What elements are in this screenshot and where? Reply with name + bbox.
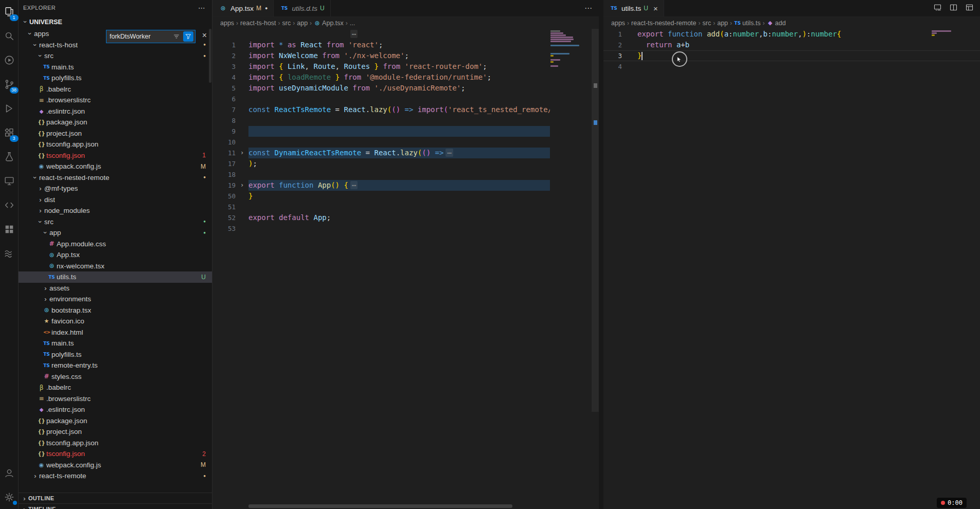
tree-item-tsconfig.app.json[interactable]: {}tsconfig.app.json (19, 438, 212, 449)
search-icon[interactable] (2, 28, 17, 44)
settings-icon[interactable] (2, 489, 17, 505)
tree-item-src[interactable]: ›src● (19, 50, 212, 62)
tree-item-react-ts-nested-remote[interactable]: ›react-ts-nested-remote● (19, 172, 212, 184)
tree-item-webpack.config.js[interactable]: ◉webpack.config.jsM (19, 460, 212, 471)
code-line[interactable]: 52export default App; (212, 212, 599, 223)
code-line[interactable]: ⋯ (212, 29, 599, 40)
tree-item-tsconfig.json[interactable]: {}tsconfig.json1 (19, 150, 212, 161)
filter-lines-icon[interactable] (171, 31, 182, 42)
tab-App.tsx[interactable]: ⊛App.tsxM● (212, 0, 274, 16)
breadcrumb-react-ts-host[interactable]: react-ts-host (240, 20, 276, 27)
tree-item-.babelrc[interactable]: β.babelrc (19, 84, 212, 95)
tree-item-.eslintrc.json[interactable]: ◆.eslintrc.json (19, 404, 212, 415)
tab-utils.d.ts[interactable]: TSutils.d.tsU (274, 0, 330, 16)
code-line[interactable]: 50} (212, 191, 599, 202)
sidebar-scrollbar[interactable] (209, 29, 211, 83)
waves-icon[interactable] (2, 246, 17, 261)
code-line[interactable]: 10 (212, 137, 599, 148)
tree-item-environments[interactable]: ›environments (19, 294, 212, 305)
breadcrumb-utils.ts[interactable]: TSutils.ts (734, 20, 760, 27)
screencast-icon[interactable] (933, 3, 942, 14)
fold-chevron-icon[interactable]: › (236, 148, 248, 158)
tree-item-favicon.ico[interactable]: ★favicon.ico (19, 316, 212, 327)
breadcrumb-add[interactable]: ◆add (767, 20, 786, 27)
code-line[interactable]: 4import { loadRemote } from '@module-fed… (212, 72, 599, 83)
layout-icon[interactable] (965, 3, 974, 14)
tree-filter-input[interactable] (106, 33, 171, 40)
code-line[interactable]: 1export function add(a:number,b:number,)… (603, 29, 980, 40)
tree-item-node_modules[interactable]: ›node_modules (19, 205, 212, 216)
editor-sash[interactable] (599, 0, 603, 509)
tree-item-App.module.css[interactable]: #App.module.css (19, 239, 212, 250)
horizontal-scrollbar[interactable] (248, 504, 512, 508)
tree-item-index.html[interactable]: <>index.html (19, 327, 212, 338)
tree-item-main.ts[interactable]: TSmain.ts (19, 62, 212, 73)
code-editor[interactable]: 1export function add(a:number,b:number,)… (603, 29, 980, 509)
code-line[interactable]: 2import NxWelcome from './nx-welcome'; (212, 50, 599, 61)
tree-item-tsconfig.json[interactable]: {}tsconfig.json2 (19, 448, 212, 460)
code-editor[interactable]: ⋯1import * as React from 'react';2import… (212, 29, 599, 509)
testing-icon[interactable] (2, 149, 17, 165)
code-line[interactable]: 18 (212, 169, 599, 180)
extensions-icon[interactable]: 3 (2, 125, 17, 140)
tree-item-.browserslistrc[interactable]: ≡.browserslistrc (19, 393, 212, 405)
code-line[interactable]: 4 (603, 61, 980, 72)
code-line[interactable]: 6 (212, 94, 599, 104)
account-icon[interactable] (2, 465, 17, 481)
tree-item-App.tsx[interactable]: ⊛App.tsx (19, 249, 212, 261)
breadcrumb-apps[interactable]: apps (220, 20, 234, 27)
fold-chevron-icon[interactable]: › (236, 180, 248, 191)
code-line[interactable]: 19›export function App() {⋯ (212, 180, 599, 191)
breadcrumb-apps[interactable]: apps (611, 20, 625, 27)
code-line[interactable]: 8 (212, 115, 599, 126)
code-line[interactable]: 3} (603, 50, 980, 61)
tree-item-app[interactable]: ›app● (19, 227, 212, 239)
timeline-section-header[interactable]: › TIMELINE (19, 503, 212, 509)
tab-utils.ts[interactable]: TSutils.tsU× (603, 0, 664, 16)
breadcrumb-...[interactable]: ... (350, 20, 355, 27)
code-line[interactable]: 3import { Link, Route, Routes } from 're… (212, 61, 599, 72)
close-filter-icon[interactable]: × (202, 31, 207, 40)
source-control-icon[interactable]: 38 (2, 77, 17, 92)
sidebar-more-actions-icon[interactable]: ⋯ (198, 4, 206, 12)
tree-item-package.json[interactable]: {}package.json (19, 117, 212, 128)
tree-item-main.ts[interactable]: TSmain.ts (19, 338, 212, 349)
outline-section-header[interactable]: › OUTLINE (19, 493, 212, 504)
code-line[interactable]: 11›const DynamicReactTsRemote = React.la… (212, 148, 599, 158)
workspace-section-header[interactable]: › UNIVERSE (19, 15, 212, 28)
breadcrumb-src[interactable]: src (282, 20, 291, 27)
tree-item-utils.ts[interactable]: TSutils.tsU (19, 271, 212, 283)
tree-item-src[interactable]: ›src● (19, 216, 212, 228)
breadcrumb-react-ts-nested-remote[interactable]: react-ts-nested-remote (631, 20, 696, 27)
code-line[interactable]: 5import useDynamicModule from './useDyna… (212, 83, 599, 94)
tree-item-react-ts-remote[interactable]: ›react-ts-remote● (19, 470, 212, 482)
tree-item-tsconfig.app.json[interactable]: {}tsconfig.app.json (19, 139, 212, 150)
code-line[interactable]: 2 return a+b (603, 40, 980, 50)
tree-item-styles.css[interactable]: #styles.css (19, 371, 212, 383)
code-line[interactable]: 51 (212, 202, 599, 212)
tree-item-package.json[interactable]: {}package.json (19, 415, 212, 427)
tree-item-.eslintrc.json[interactable]: ◆.eslintrc.json (19, 106, 212, 117)
tree-item-webpack.config.js[interactable]: ◉webpack.config.jsM (19, 161, 212, 172)
tree-item-bootstrap.tsx[interactable]: ⊛bootstrap.tsx (19, 305, 212, 316)
explorer-icon[interactable]: 1 (2, 4, 17, 20)
code-brackets-icon[interactable] (2, 197, 17, 213)
breadcrumb-App.tsx[interactable]: ⊛App.tsx (314, 20, 344, 27)
run-debug-icon[interactable] (2, 101, 17, 116)
tree-item-nx-welcome.tsx[interactable]: ⊛nx-welcome.tsx (19, 261, 212, 272)
tree-item-polyfills.ts[interactable]: TSpolyfills.ts (19, 349, 212, 360)
tree-item-.babelrc[interactable]: β.babelrc (19, 382, 212, 393)
tree-item-@mf-types[interactable]: ›@mf-types (19, 183, 212, 194)
close-icon[interactable]: × (653, 4, 658, 13)
breadcrumb-src[interactable]: src (703, 20, 711, 27)
play-circle-icon[interactable] (2, 52, 17, 68)
tree-item-project.json[interactable]: {}project.json (19, 426, 212, 438)
tree-item-assets[interactable]: ›assets (19, 283, 212, 294)
remote-explorer-icon[interactable] (2, 173, 17, 189)
filter-toggle-icon[interactable] (183, 31, 193, 42)
code-line[interactable]: 53 (212, 223, 599, 234)
editor-more-actions-icon[interactable]: ⋯ (584, 4, 593, 13)
split-editor-icon[interactable] (949, 3, 958, 14)
code-line[interactable]: 9 (212, 126, 599, 137)
code-line[interactable]: 7const ReactTsRemote = React.lazy(() => … (212, 104, 599, 115)
